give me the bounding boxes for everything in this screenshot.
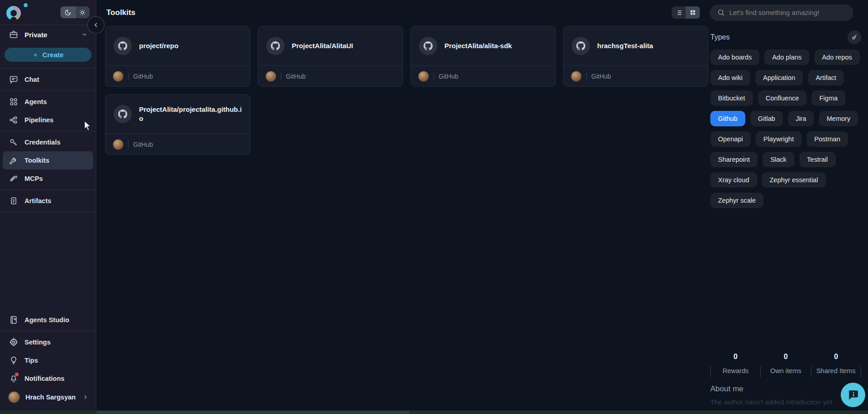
filter-chip-playwright[interactable]: Playwright	[756, 131, 802, 147]
search-input[interactable]	[729, 9, 846, 16]
app-logo[interactable]	[5, 3, 31, 21]
sidebar-item-label: Pipelines	[25, 116, 54, 124]
filter-chip-application[interactable]: Application	[755, 70, 803, 85]
filter-chip-openapi[interactable]: Openapi	[710, 131, 751, 147]
author-avatar	[113, 139, 124, 150]
view-toggle	[672, 6, 700, 19]
toolkit-card[interactable]: hrachsgTest-alita GitHub	[563, 26, 708, 87]
content: project/repo GitHub ProjectAlita/AlitaUI	[96, 25, 868, 410]
filter-chip-ado-boards[interactable]: Ado boards	[710, 50, 759, 65]
grid-view-icon	[689, 9, 696, 16]
author-avatar	[418, 71, 429, 82]
user-menu[interactable]: Hrach Sargsyan	[0, 388, 96, 407]
filter-chip-memory[interactable]: Memory	[819, 111, 858, 126]
sidebar-item-pipelines[interactable]: Pipelines	[0, 111, 96, 129]
divider	[281, 73, 281, 80]
sidebar-item-label: Tips	[25, 357, 38, 364]
github-icon	[419, 37, 437, 55]
dark-mode-button[interactable]	[60, 6, 75, 18]
sidebar-item-label: MCPs	[25, 175, 43, 182]
sidebar-item-artifacts[interactable]: Artifacts	[0, 192, 96, 210]
author-avatar	[113, 71, 124, 82]
sidebar-nav: Chat Agents Pipelines Credentials	[0, 70, 96, 214]
sidebar-item-agents[interactable]: Agents	[0, 93, 96, 111]
filter-chip-zephyr-scale[interactable]: Zephyr scale	[710, 193, 763, 208]
filter-chip-postman[interactable]: Postman	[807, 131, 848, 147]
divider	[0, 90, 96, 91]
page-title: Toolkits	[106, 8, 135, 17]
github-icon	[572, 37, 590, 55]
filter-chip-xray-cloud[interactable]: Xray cloud	[710, 172, 757, 188]
chat-icon	[9, 75, 18, 84]
divider	[0, 190, 96, 190]
card-footer: GitHub	[105, 65, 250, 86]
profile-stat-labels: Rewards Own items Shared Items	[710, 366, 861, 377]
sidebar-item-label: Agents Studio	[25, 316, 69, 324]
stat-rewards: 0	[710, 353, 761, 365]
filter-chip-ado-wiki[interactable]: Ado wiki	[710, 70, 750, 85]
filter-chip-slack[interactable]: Slack	[763, 152, 794, 167]
toolkit-card[interactable]: ProjectAlita/projectalita.github.io GitH…	[105, 94, 250, 155]
grid-view-button[interactable]	[686, 6, 700, 19]
filter-chip-github[interactable]: Github	[710, 111, 745, 126]
toolkit-card[interactable]: project/repo GitHub	[105, 26, 250, 87]
support-chat-button[interactable]	[841, 383, 865, 407]
filter-chip-gitlab[interactable]: Gitlab	[750, 111, 783, 126]
workspace-selector[interactable]: Private	[0, 25, 96, 44]
sidebar-item-notifications[interactable]: Notifications	[0, 369, 96, 388]
light-mode-button[interactable]	[75, 6, 90, 18]
sidebar-item-mcps[interactable]: MCPs	[0, 170, 96, 188]
clear-filters-button[interactable]	[848, 30, 861, 44]
github-icon	[266, 37, 284, 55]
sidebar-item-toolkits[interactable]: Toolkits	[3, 151, 93, 170]
toolkit-card[interactable]: ProjectAlita/AlitaUI GitHub	[258, 26, 403, 87]
divider	[0, 68, 96, 69]
list-view-button[interactable]	[672, 6, 686, 19]
theme-toggle	[60, 6, 90, 18]
filter-chip-artifact[interactable]: Artifact	[808, 70, 844, 85]
sidebar-item-agents-studio[interactable]: Agents Studio	[0, 311, 96, 329]
filter-chip-ado-plans[interactable]: Ado plans	[764, 50, 809, 65]
sidebar-item-chat[interactable]: Chat	[0, 70, 96, 89]
card-footer: GitHub	[564, 65, 708, 86]
filter-chip-sharepoint[interactable]: Sharepoint	[710, 152, 758, 167]
filter-chip-confluence[interactable]: Confluence	[758, 90, 807, 106]
filter-chip-jira[interactable]: Jira	[788, 111, 814, 126]
sidebar-collapse-button[interactable]	[87, 16, 105, 34]
horizontal-scrollbar[interactable]	[0, 410, 868, 414]
github-icon	[114, 37, 132, 55]
sidebar-item-label: Chat	[25, 76, 39, 83]
card-header: ProjectAlita/alita-sdk	[411, 26, 555, 65]
filter-chip-figma[interactable]: Figma	[812, 90, 845, 106]
toolkit-title: ProjectAlita/projectalita.github.io	[139, 105, 242, 124]
filter-chip-ado-repos[interactable]: Ado repos	[814, 50, 860, 65]
user-name: Hrach Sargsyan	[25, 394, 75, 401]
filter-chip-bitbucket[interactable]: Bitbucket	[710, 90, 753, 106]
sidebar-item-settings[interactable]: Settings	[0, 333, 96, 351]
card-footer: GitHub	[105, 134, 250, 155]
stat-label: Shared Items	[811, 366, 861, 377]
filter-chip-testrail[interactable]: Testrail	[799, 152, 836, 167]
stat-value: 0	[811, 353, 861, 361]
divider	[128, 73, 129, 80]
search-bar[interactable]	[710, 5, 853, 21]
logo-dot-icon	[24, 3, 28, 7]
filter-chip-zephyr-essential[interactable]: Zephyr essential	[762, 172, 826, 188]
stat-own-items: 0	[761, 353, 811, 365]
types-title: Types	[710, 33, 730, 41]
sidebar-bottom: Agents Studio Settings Tips N	[0, 311, 96, 410]
scrollbar-thumb[interactable]	[96, 411, 410, 414]
profile-stats: 0 0 0	[710, 353, 861, 365]
toolkit-title: project/repo	[139, 41, 179, 50]
sidebar-item-label: Credentials	[25, 139, 60, 146]
plus-icon	[32, 52, 39, 58]
sidebar-item-tips[interactable]: Tips	[0, 351, 96, 369]
key-icon	[9, 138, 18, 147]
create-button[interactable]: Create	[5, 48, 91, 62]
toolkit-title: ProjectAlita/AlitaUI	[292, 41, 353, 50]
sidebar-item-label: Agents	[25, 98, 47, 105]
type-filter-chips: Ado boards Ado plans Ado repos Ado wiki …	[710, 50, 861, 208]
lightbulb-icon	[9, 356, 18, 365]
toolkit-card[interactable]: ProjectAlita/alita-sdk GitHub	[410, 26, 556, 87]
sidebar-item-credentials[interactable]: Credentials	[0, 133, 96, 151]
